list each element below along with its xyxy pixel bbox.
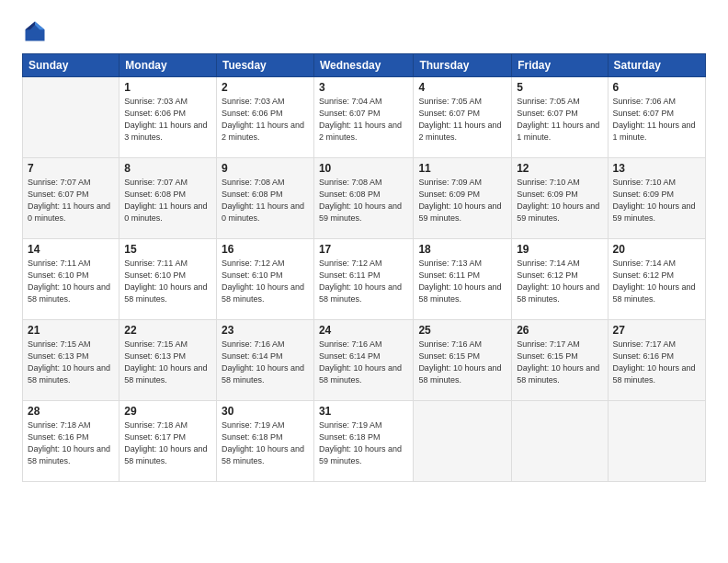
day-info: Sunrise: 7:09 AMSunset: 6:09 PMDaylight:… xyxy=(418,177,506,224)
logo-icon xyxy=(22,18,48,44)
week-row-2: 14Sunrise: 7:11 AMSunset: 6:10 PMDayligh… xyxy=(23,239,706,320)
day-cell: 30Sunrise: 7:19 AMSunset: 6:18 PMDayligh… xyxy=(216,401,313,482)
day-info: Sunrise: 7:17 AMSunset: 6:15 PMDaylight:… xyxy=(517,339,602,386)
page: Sunday Monday Tuesday Wednesday Thursday… xyxy=(0,0,728,563)
day-cell: 11Sunrise: 7:09 AMSunset: 6:09 PMDayligh… xyxy=(414,158,512,239)
day-info: Sunrise: 7:16 AMSunset: 6:14 PMDaylight:… xyxy=(319,339,408,386)
day-info: Sunrise: 7:10 AMSunset: 6:09 PMDaylight:… xyxy=(517,177,602,224)
day-info: Sunrise: 7:08 AMSunset: 6:08 PMDaylight:… xyxy=(222,177,309,224)
day-info: Sunrise: 7:18 AMSunset: 6:17 PMDaylight:… xyxy=(124,419,211,467)
day-cell: 6Sunrise: 7:06 AMSunset: 6:07 PMDaylight… xyxy=(608,77,705,158)
day-info: Sunrise: 7:19 AMSunset: 6:18 PMDaylight:… xyxy=(222,419,309,467)
day-info: Sunrise: 7:17 AMSunset: 6:16 PMDaylight:… xyxy=(613,339,700,386)
day-info: Sunrise: 7:13 AMSunset: 6:11 PMDaylight:… xyxy=(418,258,506,305)
day-number: 7 xyxy=(28,162,114,175)
day-info: Sunrise: 7:05 AMSunset: 6:07 PMDaylight:… xyxy=(418,96,506,144)
day-number: 30 xyxy=(222,405,309,418)
day-info: Sunrise: 7:07 AMSunset: 6:08 PMDaylight:… xyxy=(124,177,211,224)
day-number: 20 xyxy=(613,243,700,256)
day-info: Sunrise: 7:03 AMSunset: 6:06 PMDaylight:… xyxy=(222,96,309,144)
day-info: Sunrise: 7:06 AMSunset: 6:07 PMDaylight:… xyxy=(613,96,700,144)
day-number: 10 xyxy=(319,162,408,175)
day-number: 16 xyxy=(222,243,309,256)
day-cell: 24Sunrise: 7:16 AMSunset: 6:14 PMDayligh… xyxy=(313,320,413,401)
day-number: 4 xyxy=(418,81,506,94)
day-number: 6 xyxy=(613,81,700,94)
day-number: 28 xyxy=(28,405,114,418)
day-cell: 27Sunrise: 7:17 AMSunset: 6:16 PMDayligh… xyxy=(608,320,705,401)
day-cell: 14Sunrise: 7:11 AMSunset: 6:10 PMDayligh… xyxy=(23,239,119,320)
day-number: 2 xyxy=(222,81,309,94)
logo xyxy=(22,18,51,44)
day-info: Sunrise: 7:16 AMSunset: 6:14 PMDaylight:… xyxy=(222,339,309,386)
day-number: 14 xyxy=(28,243,114,256)
day-cell: 26Sunrise: 7:17 AMSunset: 6:15 PMDayligh… xyxy=(512,320,608,401)
day-cell: 12Sunrise: 7:10 AMSunset: 6:09 PMDayligh… xyxy=(512,158,608,239)
day-cell: 8Sunrise: 7:07 AMSunset: 6:08 PMDaylight… xyxy=(119,158,217,239)
day-info: Sunrise: 7:11 AMSunset: 6:10 PMDaylight:… xyxy=(28,258,114,305)
header-row: Sunday Monday Tuesday Wednesday Thursday… xyxy=(23,54,706,77)
day-info: Sunrise: 7:18 AMSunset: 6:16 PMDaylight:… xyxy=(28,419,114,467)
day-number: 9 xyxy=(222,162,309,175)
day-number: 21 xyxy=(28,324,114,337)
week-row-4: 28Sunrise: 7:18 AMSunset: 6:16 PMDayligh… xyxy=(23,401,706,482)
day-cell: 18Sunrise: 7:13 AMSunset: 6:11 PMDayligh… xyxy=(414,239,512,320)
week-row-3: 21Sunrise: 7:15 AMSunset: 6:13 PMDayligh… xyxy=(23,320,706,401)
day-number: 18 xyxy=(418,243,506,256)
col-wednesday: Wednesday xyxy=(313,54,413,77)
day-cell: 4Sunrise: 7:05 AMSunset: 6:07 PMDaylight… xyxy=(414,77,512,158)
day-number: 5 xyxy=(517,81,602,94)
day-cell: 28Sunrise: 7:18 AMSunset: 6:16 PMDayligh… xyxy=(23,401,119,482)
day-cell: 23Sunrise: 7:16 AMSunset: 6:14 PMDayligh… xyxy=(216,320,313,401)
col-saturday: Saturday xyxy=(608,54,705,77)
day-cell: 15Sunrise: 7:11 AMSunset: 6:10 PMDayligh… xyxy=(119,239,217,320)
day-number: 29 xyxy=(124,405,211,418)
day-number: 1 xyxy=(124,81,211,94)
day-number: 23 xyxy=(222,324,309,337)
day-info: Sunrise: 7:16 AMSunset: 6:15 PMDaylight:… xyxy=(418,339,506,386)
day-number: 27 xyxy=(613,324,700,337)
day-cell: 21Sunrise: 7:15 AMSunset: 6:13 PMDayligh… xyxy=(23,320,119,401)
day-info: Sunrise: 7:19 AMSunset: 6:18 PMDaylight:… xyxy=(319,419,408,467)
day-info: Sunrise: 7:11 AMSunset: 6:10 PMDaylight:… xyxy=(124,258,211,305)
day-info: Sunrise: 7:15 AMSunset: 6:13 PMDaylight:… xyxy=(28,339,114,386)
day-cell: 2Sunrise: 7:03 AMSunset: 6:06 PMDaylight… xyxy=(216,77,313,158)
day-info: Sunrise: 7:04 AMSunset: 6:07 PMDaylight:… xyxy=(319,96,408,144)
day-cell: 20Sunrise: 7:14 AMSunset: 6:12 PMDayligh… xyxy=(608,239,705,320)
col-thursday: Thursday xyxy=(414,54,512,77)
day-number: 3 xyxy=(319,81,408,94)
day-info: Sunrise: 7:07 AMSunset: 6:07 PMDaylight:… xyxy=(28,177,114,224)
day-info: Sunrise: 7:14 AMSunset: 6:12 PMDaylight:… xyxy=(517,258,602,305)
day-info: Sunrise: 7:14 AMSunset: 6:12 PMDaylight:… xyxy=(613,258,700,305)
day-cell: 1Sunrise: 7:03 AMSunset: 6:06 PMDaylight… xyxy=(119,77,217,158)
day-cell: 31Sunrise: 7:19 AMSunset: 6:18 PMDayligh… xyxy=(313,401,413,482)
day-info: Sunrise: 7:03 AMSunset: 6:06 PMDaylight:… xyxy=(124,96,211,144)
day-number: 22 xyxy=(124,324,211,337)
day-cell: 7Sunrise: 7:07 AMSunset: 6:07 PMDaylight… xyxy=(23,158,119,239)
day-number: 12 xyxy=(517,162,602,175)
week-row-0: 1Sunrise: 7:03 AMSunset: 6:06 PMDaylight… xyxy=(23,77,706,158)
day-cell xyxy=(512,401,608,482)
col-tuesday: Tuesday xyxy=(216,54,313,77)
day-number: 13 xyxy=(613,162,700,175)
day-cell: 29Sunrise: 7:18 AMSunset: 6:17 PMDayligh… xyxy=(119,401,217,482)
day-cell: 16Sunrise: 7:12 AMSunset: 6:10 PMDayligh… xyxy=(216,239,313,320)
day-cell: 3Sunrise: 7:04 AMSunset: 6:07 PMDaylight… xyxy=(313,77,413,158)
day-number: 25 xyxy=(418,324,506,337)
day-number: 19 xyxy=(517,243,602,256)
day-number: 17 xyxy=(319,243,408,256)
day-number: 24 xyxy=(319,324,408,337)
day-info: Sunrise: 7:15 AMSunset: 6:13 PMDaylight:… xyxy=(124,339,211,386)
day-cell xyxy=(414,401,512,482)
day-cell xyxy=(23,77,119,158)
header xyxy=(22,18,706,44)
day-info: Sunrise: 7:12 AMSunset: 6:10 PMDaylight:… xyxy=(222,258,309,305)
day-info: Sunrise: 7:10 AMSunset: 6:09 PMDaylight:… xyxy=(613,177,700,224)
day-number: 11 xyxy=(418,162,506,175)
day-cell: 5Sunrise: 7:05 AMSunset: 6:07 PMDaylight… xyxy=(512,77,608,158)
day-info: Sunrise: 7:05 AMSunset: 6:07 PMDaylight:… xyxy=(517,96,602,144)
col-friday: Friday xyxy=(512,54,608,77)
day-cell: 22Sunrise: 7:15 AMSunset: 6:13 PMDayligh… xyxy=(119,320,217,401)
col-sunday: Sunday xyxy=(23,54,119,77)
day-cell: 10Sunrise: 7:08 AMSunset: 6:08 PMDayligh… xyxy=(313,158,413,239)
